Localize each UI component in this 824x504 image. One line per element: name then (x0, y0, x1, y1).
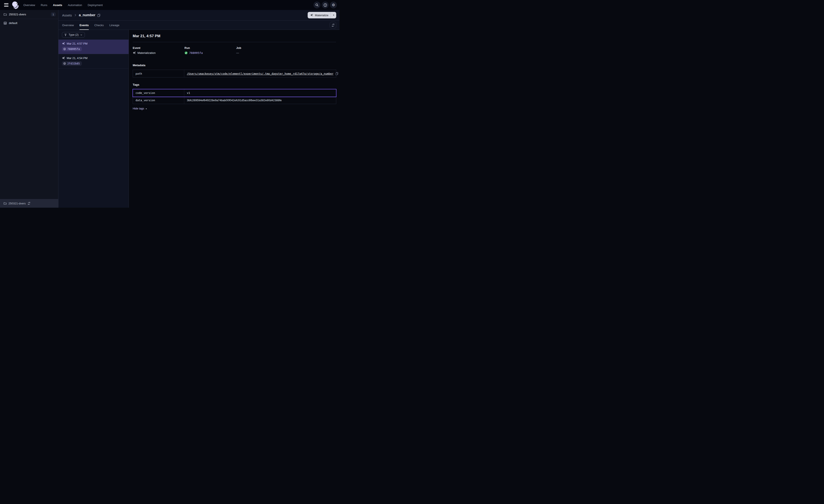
events-list-panel: Type (2) Mar 21, 4:57 PM (59, 30, 129, 208)
asset-tabs: Overview Events Checks Lineage (59, 20, 339, 30)
metadata-table: path /Users/smackesey/stm/code/elementl/… (133, 70, 336, 78)
refresh-icon (331, 24, 335, 27)
hide-tags-link[interactable]: Hide tags (133, 107, 147, 110)
folder-icon (3, 13, 7, 16)
gear-icon: ⚙ (332, 3, 335, 7)
materialize-button-group: Materialize (308, 12, 336, 18)
run-status-icon (63, 47, 66, 50)
copy-asset-name-button[interactable] (97, 14, 100, 17)
asset-group-icon (3, 21, 7, 25)
event-time-row: Mar 21, 4:57 PM (62, 42, 125, 45)
svg-text:?: ? (324, 4, 326, 6)
event-summary-columns: Event Materialization Run (133, 46, 336, 54)
copy-icon (335, 72, 338, 75)
tab-checks[interactable]: Checks (94, 20, 104, 30)
hamburger-menu-icon[interactable] (3, 2, 10, 8)
nav-item-assets[interactable]: Assets (53, 3, 62, 7)
event-type-value: Materialization (137, 51, 156, 54)
run-id-pill[interactable]: 788005fa (62, 47, 82, 51)
nav-item-automation[interactable]: Automation (68, 3, 82, 7)
tag-value: 3bfc269594ef649228e9a74bab00f042efc91d5a… (184, 97, 336, 104)
tags-table: code_version v1 data_version 3bfc269594e… (133, 89, 336, 104)
tab-events[interactable]: Events (80, 20, 89, 30)
chevron-down-icon (80, 34, 83, 36)
event-time-row: Mar 21, 4:54 PM (62, 56, 125, 60)
event-column: Event Materialization (133, 46, 185, 54)
tag-value: v1 (184, 89, 336, 97)
metadata-path-link[interactable]: /Users/smackesey/stm/code/elementl/exper… (187, 72, 333, 75)
run-column-label: Run (185, 46, 236, 49)
job-empty-value: — (236, 51, 239, 54)
sidebar-footer[interactable]: 250321-dvers (0, 199, 58, 208)
run-id: 2fd32b85 (67, 62, 80, 65)
hide-tags-label: Hide tags (133, 107, 144, 110)
run-id: 788005fa (67, 47, 80, 50)
table-row: path /Users/smackesey/stm/code/elementl/… (133, 70, 336, 77)
chevron-right-icon (74, 14, 77, 17)
breadcrumb: Assets a_number Materialize (59, 10, 339, 20)
nav-actions: ? ⚙ (313, 2, 337, 8)
event-timestamp: Mar 21, 4:54 PM (67, 56, 88, 60)
event-list-item[interactable]: Mar 21, 4:54 PM 2fd32b85 (59, 54, 129, 69)
event-timestamp: Mar 21, 4:57 PM (67, 42, 88, 45)
sync-icon[interactable] (27, 202, 30, 205)
top-nav: Overview Runs Assets Automation Deployme… (0, 0, 339, 10)
filter-row: Type (2) (59, 30, 129, 39)
filter-icon (64, 33, 67, 36)
primary-nav: Overview Runs Assets Automation Deployme… (23, 3, 103, 7)
job-column: Job — (236, 46, 288, 54)
asset-count-badge: 1 (51, 12, 56, 16)
tab-lineage[interactable]: Lineage (109, 20, 119, 30)
nav-item-deployment[interactable]: Deployment (88, 3, 103, 7)
breadcrumb-assets-link[interactable]: Assets (62, 13, 72, 17)
run-success-icon (185, 51, 188, 54)
run-status-icon (63, 62, 66, 65)
caret-down-icon (332, 14, 335, 16)
type-filter-button[interactable]: Type (2) (62, 32, 85, 38)
event-column-label: Event (133, 46, 185, 49)
copy-path-button[interactable] (335, 72, 338, 75)
sidebar-item-group-default[interactable]: default (0, 19, 58, 27)
event-detail-panel: Mar 21, 4:57 PM Event Materialization Ru… (129, 30, 339, 208)
search-button[interactable] (313, 2, 320, 8)
tag-key: code_version (133, 89, 184, 97)
footer-code-location-name: 250321-dvers (8, 202, 26, 205)
asset-catalog-sidebar: 250321-dvers 1 default 250321-dvers (0, 10, 59, 208)
sparkle-icon (310, 14, 313, 17)
type-filter-label: Type (2) (69, 33, 79, 36)
search-icon (315, 3, 319, 7)
event-detail-title: Mar 21, 4:57 PM (133, 34, 336, 38)
materialization-sparkle-icon (62, 56, 65, 60)
nav-item-runs[interactable]: Runs (41, 3, 47, 7)
triangle-up-icon (145, 108, 147, 110)
dagster-logo-icon[interactable] (11, 1, 19, 9)
metadata-heading: Metadata (133, 64, 336, 67)
tag-key: data_version (133, 97, 184, 104)
dagster-app: Overview Runs Assets Automation Deployme… (0, 0, 339, 208)
materialization-sparkle-icon (133, 51, 136, 54)
sidebar-item-code-location[interactable]: 250321-dvers 1 (0, 10, 58, 19)
event-list-item[interactable]: Mar 21, 4:57 PM 788005fa (59, 39, 129, 54)
table-row-data-version[interactable]: data_version 3bfc269594ef649228e9a74bab0… (133, 97, 336, 104)
metadata-key: path (133, 70, 184, 77)
nav-item-overview[interactable]: Overview (23, 3, 35, 7)
run-column: Run 788005fa (185, 46, 236, 54)
asset-name: a_number (79, 13, 95, 17)
run-id-pill[interactable]: 2fd32b85 (62, 61, 82, 66)
materialization-sparkle-icon (62, 42, 65, 45)
job-column-label: Job (236, 46, 288, 49)
help-button[interactable]: ? (322, 2, 329, 8)
code-location-name: 250321-dvers (9, 13, 26, 16)
materialize-dropdown-button[interactable] (331, 12, 336, 18)
table-row-code-version[interactable]: code_version v1 (133, 89, 336, 97)
materialize-label: Materialize (315, 14, 328, 17)
asset-header: Assets a_number Materialize (59, 10, 339, 30)
settings-button[interactable]: ⚙ (330, 2, 337, 8)
run-id-link[interactable]: 788005fa (189, 51, 203, 54)
materialize-button[interactable]: Materialize (308, 14, 331, 17)
tags-heading: Tags (133, 83, 336, 86)
tab-overview[interactable]: Overview (62, 20, 74, 30)
help-icon: ? (323, 3, 327, 7)
copy-icon (97, 14, 100, 17)
refresh-button[interactable] (330, 22, 336, 28)
